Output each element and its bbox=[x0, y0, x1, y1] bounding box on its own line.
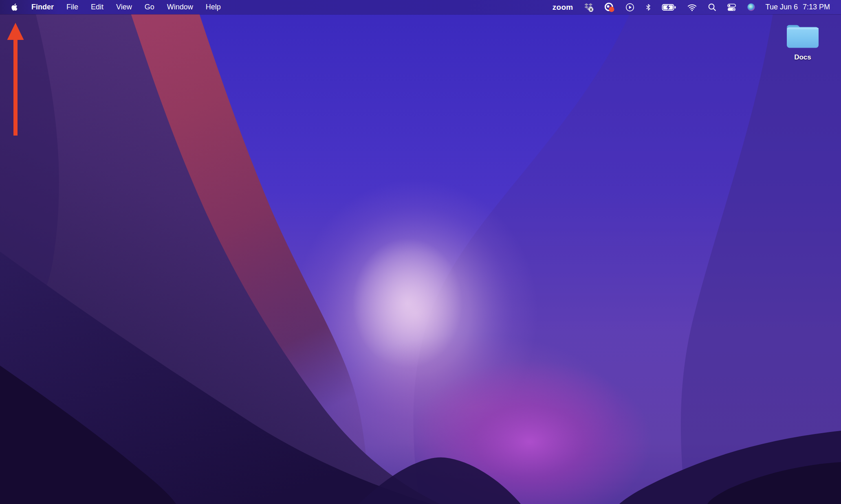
menu-clock[interactable]: Tue Jun 6 7:13 PM bbox=[766, 3, 830, 11]
desktop-surface[interactable]: Finder File Edit View Go Window Help zoo… bbox=[0, 0, 841, 504]
menu-item-go[interactable]: Go bbox=[145, 0, 154, 14]
desktop-wallpaper bbox=[0, 0, 841, 504]
folder-icon bbox=[784, 21, 821, 51]
menu-item-file[interactable]: File bbox=[66, 0, 78, 14]
menu-item-help[interactable]: Help bbox=[206, 0, 221, 14]
menu-bar: Finder File Edit View Go Window Help zoo… bbox=[0, 0, 841, 14]
bluetooth-icon[interactable] bbox=[645, 2, 652, 12]
apple-logo-icon bbox=[10, 2, 19, 12]
menu-bar-left: Finder File Edit View Go Window Help bbox=[0, 0, 221, 14]
siri-icon[interactable] bbox=[746, 2, 756, 12]
battery-charging-icon[interactable] bbox=[662, 2, 677, 12]
desktop-icon-label: Docs bbox=[794, 53, 811, 61]
spotlight-search-icon[interactable] bbox=[707, 2, 717, 12]
wifi-icon[interactable] bbox=[687, 2, 698, 12]
menu-clock-date: Tue Jun 6 bbox=[766, 3, 798, 11]
control-center-icon[interactable] bbox=[727, 2, 737, 12]
desktop-icon-docs[interactable]: Docs bbox=[781, 21, 825, 61]
apple-menu-button[interactable] bbox=[10, 2, 19, 12]
menu-item-view[interactable]: View bbox=[116, 0, 132, 14]
menu-clock-time: 7:13 PM bbox=[803, 3, 830, 11]
menu-item-edit[interactable]: Edit bbox=[91, 0, 103, 14]
up-arrow-annotation bbox=[7, 23, 24, 137]
arrow-head bbox=[7, 23, 24, 40]
arrow-shaft bbox=[13, 39, 18, 136]
zoom-menu-item[interactable]: zoom bbox=[553, 3, 573, 12]
dropbox-paused-icon[interactable] bbox=[583, 2, 594, 13]
menu-bar-status-area: zoom bbox=[553, 2, 841, 13]
menu-item-finder[interactable]: Finder bbox=[31, 0, 54, 14]
recording-indicator-icon[interactable] bbox=[604, 2, 615, 13]
menu-item-window[interactable]: Window bbox=[167, 0, 193, 14]
play-circle-icon[interactable] bbox=[625, 2, 635, 12]
